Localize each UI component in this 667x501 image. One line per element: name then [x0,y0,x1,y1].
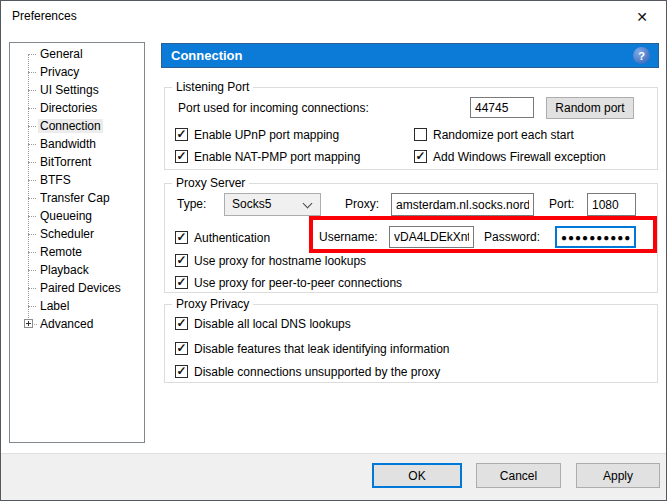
checkbox-box [175,254,188,267]
group-listening-port: Listening Port Port used for incoming co… [164,87,658,170]
sidebar-item-label: BitTorrent [38,155,93,169]
sidebar-item-label: Transfer Cap [38,191,112,205]
checkbox-box [175,231,188,244]
sidebar-item-label: Connection [38,119,103,133]
proxy-host-input[interactable] [391,193,534,216]
checkbox-box [414,128,427,141]
proxy-port-label: Port: [549,197,574,211]
sidebar-item-label: Bandwidth [38,137,98,151]
checkbox-disable-dns-lookups[interactable]: Disable all local DNS lookups [175,317,351,331]
checkbox-enable-upnp[interactable]: Enable UPnP port mapping [175,128,339,142]
checkbox-proxy-p2p-connections[interactable]: Use proxy for peer-to-peer connections [175,276,402,290]
sidebar-item-scheduler[interactable]: Scheduler [10,225,144,243]
checkbox-box [175,128,188,141]
checkbox-box [175,150,188,163]
expand-plus-icon[interactable] [24,319,33,328]
password-input[interactable] [555,226,636,248]
sidebar-item-label: Paired Devices [38,281,123,295]
sidebar-item-queueing[interactable]: Queueing [10,207,144,225]
sidebar-item-paired-devices[interactable]: Paired Devices [10,279,144,297]
checkbox-add-firewall-exception[interactable]: Add Windows Firewall exception [414,150,606,164]
username-input[interactable] [389,226,474,248]
sidebar-item-label: Privacy [38,65,81,79]
sidebar-item-connection[interactable]: Connection [10,117,144,135]
proxy-type-label: Type: [177,197,206,211]
incoming-port-label: Port used for incoming connections: [178,101,369,115]
checkbox-box [414,150,427,163]
sidebar-item-label: UI Settings [38,83,101,97]
password-label: Password: [484,230,540,244]
sidebar-item-label-page[interactable]: Label [10,297,144,315]
checkbox-label: Use proxy for hostname lookups [194,254,366,268]
help-icon[interactable]: ? [633,47,650,64]
sidebar-item-label: Scheduler [38,227,96,241]
checkbox-label: Enable UPnP port mapping [194,128,339,142]
group-title: Listening Port [172,80,253,94]
sidebar-item-general[interactable]: General [10,45,144,63]
checkbox-label: Add Windows Firewall exception [433,150,606,164]
proxy-type-select[interactable]: Socks5 [224,193,321,216]
settings-tree: General Privacy UI Settings Directories … [9,42,145,443]
checkbox-randomize-port[interactable]: Randomize port each start [414,128,574,142]
sidebar-item-label: Playback [38,263,91,277]
proxy-type-value: Socks5 [232,194,271,215]
footer-bar [1,453,666,500]
group-title: Proxy Server [172,176,249,190]
apply-button[interactable]: Apply [576,463,660,488]
checkbox-label: Use proxy for peer-to-peer connections [194,276,402,290]
checkbox-disable-unsupported-connections[interactable]: Disable connections unsupported by the p… [175,365,440,379]
preferences-dialog: Preferences ✕ General Privacy UI Setting… [0,0,667,501]
cancel-button[interactable]: Cancel [476,463,561,488]
sidebar-item-btfs[interactable]: BTFS [10,171,144,189]
sidebar-item-directories[interactable]: Directories [10,99,144,117]
group-proxy-privacy: Proxy Privacy Disable all local DNS look… [164,304,658,383]
sidebar-item-playback[interactable]: Playback [10,261,144,279]
chevron-down-icon [303,199,313,209]
sidebar-item-bittorrent[interactable]: BitTorrent [10,153,144,171]
checkbox-label: Disable connections unsupported by the p… [194,365,440,379]
title-bar: Preferences ✕ [1,1,666,32]
sidebar-item-label: Queueing [38,209,94,223]
sidebar-item-label: General [38,47,85,61]
page-header: Connection ? [161,43,659,68]
sidebar-item-label: Directories [38,101,99,115]
close-icon[interactable]: ✕ [626,4,658,30]
incoming-port-input[interactable] [470,97,534,118]
checkbox-box [175,276,188,289]
checkbox-label: Disable all local DNS lookups [194,317,351,331]
checkbox-label: Authentication [194,231,270,245]
checkbox-box [175,317,188,330]
sidebar-item-label: Remote [38,245,84,259]
proxy-host-label: Proxy: [345,197,379,211]
proxy-port-input[interactable] [587,193,636,216]
sidebar-item-label: BTFS [38,173,73,187]
group-title: Proxy Privacy [172,297,253,311]
ok-button[interactable]: OK [372,463,462,488]
checkbox-box [175,365,188,378]
checkbox-enable-nat-pmp[interactable]: Enable NAT-PMP port mapping [175,150,360,164]
sidebar-item-label: Advanced [38,317,95,331]
sidebar-item-transfer-cap[interactable]: Transfer Cap [10,189,144,207]
sidebar-item-advanced[interactable]: Advanced [10,315,144,333]
window-title: Preferences [12,9,77,23]
sidebar-item-ui-settings[interactable]: UI Settings [10,81,144,99]
checkbox-proxy-hostname-lookups[interactable]: Use proxy for hostname lookups [175,254,366,268]
checkbox-disable-leaky-features[interactable]: Disable features that leak identifying i… [175,342,449,356]
sidebar-item-privacy[interactable]: Privacy [10,63,144,81]
page-title: Connection [171,44,243,67]
checkbox-label: Enable NAT-PMP port mapping [194,150,360,164]
checkbox-box [175,342,188,355]
sidebar-item-label: Label [38,299,71,313]
group-proxy-server: Proxy Server Type: Socks5 Proxy: Port: A… [164,183,658,293]
sidebar-item-bandwidth[interactable]: Bandwidth [10,135,144,153]
checkbox-label: Disable features that leak identifying i… [194,342,449,356]
username-label: Username: [319,230,378,244]
random-port-button[interactable]: Random port [546,97,634,119]
sidebar-item-remote[interactable]: Remote [10,243,144,261]
checkbox-authentication[interactable]: Authentication [175,231,270,245]
checkbox-label: Randomize port each start [433,128,574,142]
